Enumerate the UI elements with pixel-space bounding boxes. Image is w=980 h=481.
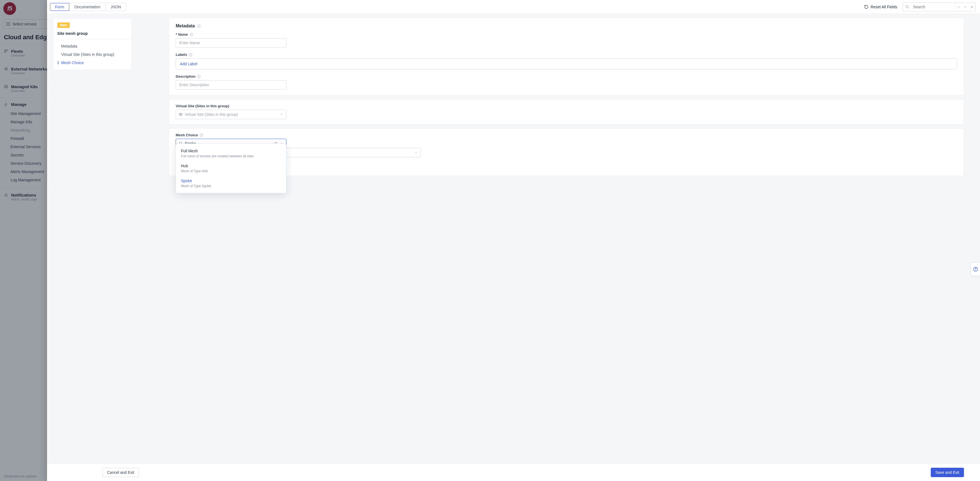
search-prev-button[interactable] (955, 3, 962, 11)
outline-item[interactable]: Mesh Choice (53, 59, 131, 67)
mesh-choice-label: Mesh Choice (176, 133, 198, 137)
new-badge: New (57, 22, 70, 28)
tab-form[interactable]: Form (50, 3, 69, 11)
outline-item[interactable]: Metadata (53, 42, 131, 50)
virtual-site-placeholder: Virtual Site (Sites in this group) (185, 112, 278, 117)
svg-point-27 (179, 142, 180, 143)
description-field: Description (176, 75, 957, 90)
save-button[interactable]: Save and Exit (931, 468, 964, 477)
svg-point-28 (181, 142, 182, 143)
labels-field: Labels Add Label (176, 52, 957, 69)
svg-point-6 (905, 6, 908, 8)
modal-footer: Cancel and Exit Save and Exit (47, 463, 980, 481)
search-wrap (903, 3, 975, 11)
hub-mesh-group-select[interactable] (283, 148, 421, 157)
mesh-choice-panel: Mesh Choice Spoke Full MeshFull mesh of … (169, 128, 964, 176)
mesh-option-title: Full Mesh (181, 149, 281, 153)
outline-item[interactable]: Virtual Site (Sites in this group) (53, 50, 131, 59)
mesh-option-desc: Full mesh of tunnels are created between… (181, 154, 281, 158)
mesh-option[interactable]: SpokeMesh of Type Spoke (176, 176, 286, 191)
info-icon[interactable] (197, 24, 200, 28)
search-input[interactable] (911, 5, 955, 9)
info-icon[interactable] (197, 75, 201, 78)
mesh-option-title: Spoke (181, 179, 281, 183)
tab-documentation[interactable]: Documentation (69, 3, 105, 11)
name-input[interactable] (176, 38, 286, 48)
mesh-option[interactable]: HubMesh of Type Hub (176, 161, 286, 176)
form-content-column: Metadata * Name Labels Add Label (135, 14, 980, 463)
svg-point-12 (199, 25, 199, 25)
search-clear-button[interactable] (969, 3, 975, 11)
mesh-option-desc: Mesh of Type Hub (181, 169, 281, 173)
description-input[interactable] (176, 80, 286, 90)
virtual-site-panel: Virtual Site (Sites in this group) Virtu… (169, 99, 964, 124)
svg-line-7 (908, 8, 908, 8)
form-outline-card: New Site mesh group MetadataVirtual Site… (53, 18, 132, 70)
cancel-button[interactable]: Cancel and Exit (102, 468, 139, 477)
reset-icon (864, 5, 869, 9)
name-field: * Name (176, 32, 957, 48)
info-icon[interactable] (189, 33, 193, 36)
name-label: * Name (176, 32, 188, 37)
virtual-site-select[interactable]: Virtual Site (Sites in this group) (176, 110, 286, 119)
info-icon[interactable] (199, 133, 203, 137)
svg-point-21 (199, 76, 199, 76)
view-tabs: Form Documentation JSON (50, 3, 126, 11)
svg-rect-23 (179, 115, 182, 115)
outline-title: Site mesh group (53, 30, 131, 39)
metadata-title: Metadata (176, 24, 957, 29)
help-button[interactable] (970, 263, 980, 276)
search-next-button[interactable] (962, 3, 969, 11)
reset-all-fields-button[interactable]: Reset All Fields (862, 3, 899, 11)
tab-json[interactable]: JSON (105, 3, 126, 11)
metadata-panel: Metadata * Name Labels Add Label (169, 18, 964, 95)
labels-label: Labels (176, 52, 187, 57)
mesh-choice-dropdown: Full MeshFull mesh of tunnels are create… (176, 143, 286, 193)
info-icon[interactable] (189, 53, 192, 56)
form-outline-column: New Site mesh group MetadataVirtual Site… (47, 14, 135, 463)
modal-header: Form Documentation JSON Reset All Fields (47, 0, 980, 14)
mesh-option-desc: Mesh of Type Spoke (181, 184, 281, 188)
virtual-site-label: Virtual Site (Sites in this group) (176, 104, 229, 108)
labels-input[interactable]: Add Label (176, 58, 957, 69)
chevron-down-icon (280, 113, 283, 116)
mesh-option-title: Hub (181, 164, 281, 168)
search-icon (903, 5, 911, 9)
modal-body: New Site mesh group MetadataVirtual Site… (47, 14, 980, 463)
svg-rect-22 (179, 113, 182, 114)
mesh-option[interactable]: Full MeshFull mesh of tunnels are create… (176, 146, 286, 161)
chevron-down-icon (414, 151, 418, 154)
help-icon (973, 267, 978, 272)
list-icon (179, 113, 183, 116)
modal-panel: Form Documentation JSON Reset All Fields… (47, 0, 980, 481)
reset-label: Reset All Fields (871, 5, 897, 9)
description-label: Description (176, 75, 196, 78)
